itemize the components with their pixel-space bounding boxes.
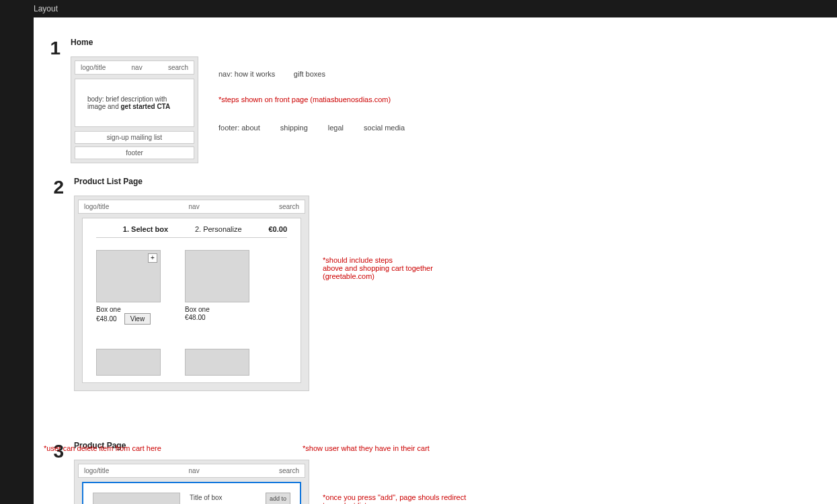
product-thumb: + [96,250,161,302]
product-thumb [96,349,161,376]
nav-label: nav [189,467,200,474]
product-thumb [185,349,249,376]
logo-label: logo/title [81,64,106,71]
canvas: 1 Home logo/title nav search body: brief… [34,17,837,504]
logo-label: logo/title [84,467,109,474]
home-body: body: brief description with image and g… [75,79,194,127]
search-label: search [279,203,299,210]
topbar: Layout [0,0,837,17]
signup-row: sign-up mailing list [75,131,194,144]
plus-icon[interactable]: + [148,253,157,263]
nav-label: nav [189,203,200,210]
product-thumb [185,250,249,302]
add-to-cart-button[interactable]: add to cart + [266,493,290,504]
wire-header: logo/title nav search [75,60,194,75]
product-card[interactable]: Box one €48.00 [185,250,249,325]
home-wireframe: logo/title nav search body: brief descri… [71,56,198,163]
product-image [93,493,180,504]
product-name: Box one [96,306,161,313]
footer-legal: legal [328,124,344,132]
logo-label: logo/title [84,203,109,210]
search-label: search [279,467,299,474]
pp-header: logo/title nav search [78,464,305,478]
cart-total: €0.00 [268,225,287,233]
section-title-1: Home [71,38,405,47]
plp-wireframe: logo/title nav search 1. Select box 2. P… [74,196,309,391]
footer-shipping: shipping [280,124,308,132]
product-name: Box one [185,306,249,313]
step-2: 2. Personalize [195,225,242,233]
annot-4-right: *show user what they have in their cart [303,444,430,452]
annot-2: *should include steps above and shopping… [323,256,433,280]
product-price: €48.00 [96,315,117,323]
section-title-2: Product List Page [74,177,433,186]
product-price: €48.00 [185,314,206,321]
footer-social: social media [364,124,405,132]
search-label: search [168,64,188,71]
nav-label: nav [132,64,143,71]
footer-about: footer: about [218,124,260,132]
section-num-1: 1 [34,38,61,59]
product-card[interactable]: + Box one €48.00 View [96,250,161,325]
step-1: 1. Select box [123,225,168,233]
annot-4-left: *user can delete item from cart here [44,444,161,452]
red-note-1: *steps shown on front page (matiasbuenos… [218,95,405,103]
footer-row: footer [75,146,194,159]
footer-labels: footer: about shipping legal social medi… [218,124,405,132]
section-num-2: 2 [37,177,64,198]
nav-note: nav: how it works gift boxes [218,70,405,78]
annot-3a: *once you press "add", page shouls redir… [323,493,471,504]
product-page-wireframe: logo/title nav search add to cart + Titl… [74,460,309,504]
view-button[interactable]: View [124,313,151,325]
plp-header: logo/title nav search [78,200,305,214]
body-cta: get started CTA [120,103,170,110]
